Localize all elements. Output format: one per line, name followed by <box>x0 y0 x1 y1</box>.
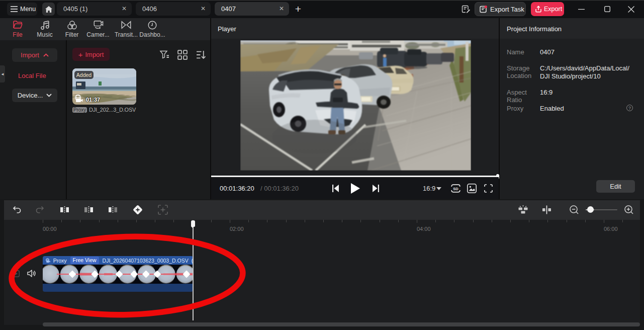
svg-text:SD: SD <box>453 187 458 191</box>
